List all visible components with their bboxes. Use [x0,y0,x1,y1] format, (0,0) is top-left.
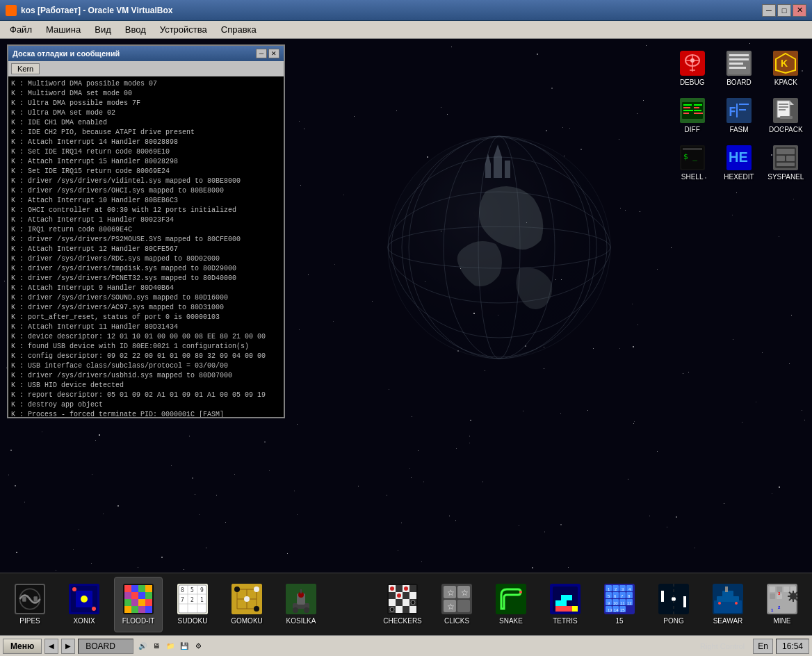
kpack-icon: K [773,51,798,76]
board-icon [726,51,752,76]
menu-input[interactable]: Ввод [118,23,153,36]
taskbar-icon-pong[interactable]: PONG [649,577,698,632]
close-button[interactable]: ✕ [793,4,806,17]
taskbar-icon-num15[interactable]: 1 2 3 4 5 6 7 8 9 10 11 12 13 14 15 15 [595,577,644,632]
app-icon-debug[interactable]: DEBUG [669,44,715,92]
taskbar-icon-gomoku[interactable]: GOMOKU [222,577,271,632]
xonix-game-icon [69,584,99,614]
bottombar-right: Right Control En 16:54 [700,639,809,654]
svg-text:$ _: $ _ [683,152,697,161]
menu-view[interactable]: Вид [88,23,118,36]
svg-rect-161 [567,595,572,600]
app-icon-syspanel[interactable]: SYSPANEL [763,139,809,186]
debug-minimize-button[interactable]: ─ [256,49,267,58]
minimize-button[interactable]: ─ [762,4,776,17]
taskbar-icon-mine[interactable]: 3 1 2 MINE [758,577,806,632]
svg-text:9: 9 [200,587,204,593]
svg-point-143 [397,593,401,598]
pong-game-icon [658,584,689,614]
svg-point-76 [92,607,96,611]
svg-rect-79 [131,585,138,592]
svg-rect-164 [567,606,572,612]
svg-rect-39 [694,107,699,108]
app-icon-kpack[interactable]: K KPACK [763,44,809,92]
tetris-label: TETRIS [553,617,578,625]
svg-text:☆: ☆ [461,588,469,598]
menu-button[interactable]: Меню [3,639,42,654]
svg-rect-65 [786,156,795,161]
menu-help[interactable]: Справка [214,23,263,36]
debug-window: Доска отладки и сообщений ─ ✕ Kern K : M… [7,44,285,418]
svg-rect-199 [683,596,686,607]
app-icon-hexedit[interactable]: HE HEXEDIT [715,139,762,186]
taskbar-icon-sudoku[interactable]: 8 5 9 7 2 1 SUDOKU [168,577,217,632]
svg-rect-1 [12,6,15,10]
svg-rect-45 [739,104,749,105]
gomoku-game-icon [232,584,262,614]
svg-rect-35 [683,107,690,108]
svg-rect-58 [683,148,702,150]
lang-indicator[interactable]: En [753,639,773,654]
svg-rect-138 [396,606,403,613]
tray-icon-5[interactable]: ⚙ [192,640,204,653]
num15-label: 15 [615,617,623,625]
svg-rect-66 [777,163,795,166]
debug-window-title: Доска отладки и сообщений [13,49,120,58]
pipes-label: PIPES [19,617,40,625]
app-icon-docpack[interactable]: DOCPACK [763,92,809,139]
taskbar-icon-checkers[interactable]: CHECKERS [378,577,427,632]
kosilka-label: KOSILKA [286,617,316,625]
app-icon-fasm[interactable]: F FASM [715,92,762,139]
globe-container [325,74,673,421]
app-icon-shell[interactable]: $ _ SHELL [669,139,715,186]
taskbar-icon-xonix[interactable]: XONIX [60,577,108,632]
arrow-left-button[interactable]: ◀ [44,639,58,654]
debug-close-button[interactable]: ✕ [268,49,279,58]
diff-label: DIFF [685,126,700,133]
taskbar-icon-tetris[interactable]: TETRIS [541,577,590,632]
app-icon-diff[interactable]: DIFF [669,92,715,139]
taskbar-icon-snake[interactable]: SNAKE [487,577,535,632]
debug-content[interactable]: K : Multiword DMA possible modes 07K : M… [8,76,284,417]
app-icon-board[interactable]: BOARD [715,44,762,92]
taskbar-icon-clicks[interactable]: ☆ ☆ ☆ CLICKS [432,577,481,632]
taskbar-icon-floodit[interactable]: FLOOD-IT [114,577,163,632]
sudoku-game-icon: 8 5 9 7 2 1 [177,584,208,614]
titlebar-left: kos [Работает] - Oracle VM VirtualBox [6,5,172,16]
menu-devices[interactable]: Устройства [153,23,214,36]
window-title: kos [Работает] - Oracle VM VirtualBox [21,6,172,15]
titlebar: kos [Работает] - Oracle VM VirtualBox ─ … [0,0,812,21]
titlebar-buttons: ─ □ ✕ [762,4,806,17]
svg-rect-84 [138,592,145,599]
taskbar-icon-pipes[interactable]: PIPES [6,577,54,632]
menu-machine[interactable]: Машина [39,23,88,36]
svg-rect-14 [505,161,510,178]
svg-rect-82 [124,592,131,599]
taskbar-icon-kosilka[interactable]: KOSILKA [277,577,325,632]
tray-icon-2[interactable]: 🖥 [150,640,163,653]
menu-file[interactable]: Файл [3,23,39,36]
svg-rect-126 [396,585,403,592]
checkers-game-icon [387,584,418,614]
tray-icon-1[interactable]: 🔊 [136,640,149,653]
svg-point-145 [390,607,394,612]
arrow-right-button[interactable]: ▶ [61,639,75,654]
svg-rect-69 [22,596,26,601]
svg-point-207 [718,602,721,605]
svg-text:14: 14 [614,608,619,612]
svg-rect-213 [783,587,789,592]
svg-rect-139 [403,606,409,613]
svg-rect-211 [770,587,775,592]
taskbar-icon-seawar[interactable]: SEAWAR [704,577,752,632]
maximize-button[interactable]: □ [777,4,791,17]
kern-button[interactable]: Kern [11,63,40,74]
floodit-label: FLOOD-IT [122,617,155,625]
svg-rect-25 [729,54,749,56]
svg-rect-37 [683,113,689,114]
seawar-game-icon [713,584,743,614]
tray-icon-3[interactable]: 📁 [164,640,177,653]
svg-rect-135 [403,599,409,606]
svg-rect-93 [145,606,152,613]
syspanel-icon [773,145,798,170]
tray-icon-4[interactable]: 💾 [178,640,190,653]
